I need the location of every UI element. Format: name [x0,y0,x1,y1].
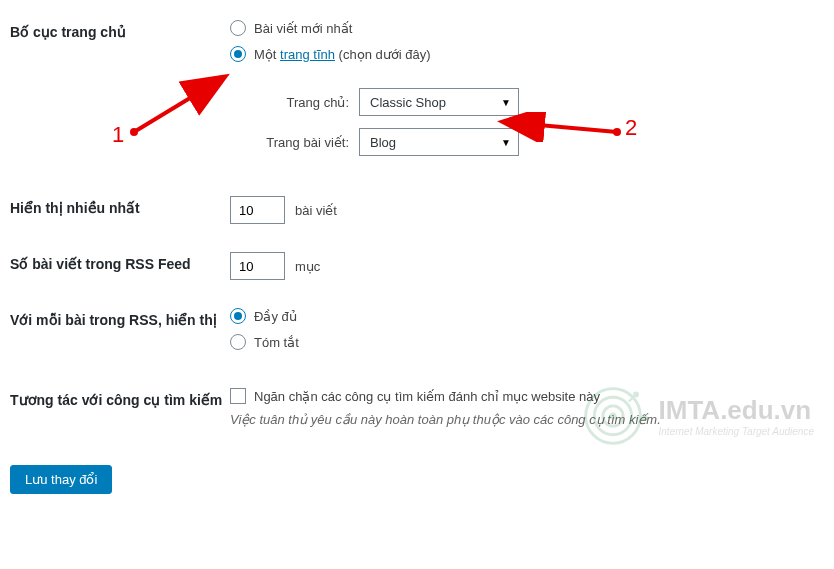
max-display-label: Hiển thị nhiều nhất [10,196,230,216]
search-engine-label: Tương tác với công cụ tìm kiếm [10,388,230,408]
radio-rss-full-label: Đầy đủ [254,309,297,324]
layout-label: Bố cục trang chủ [10,20,230,40]
search-engine-checkbox[interactable] [230,388,246,404]
rss-display-label: Với mỗi bài trong RSS, hiển thị [10,308,230,328]
radio-static-page[interactable] [230,46,246,62]
posts-page-select-label: Trang bài viết: [254,135,349,150]
rss-count-suffix: mục [295,259,320,274]
homepage-select-label: Trang chủ: [254,95,349,110]
annotation-two: 2 [625,115,637,141]
watermark-logo-icon [577,380,649,452]
watermark-title: IMTA.edu.vn [659,395,814,426]
max-display-input[interactable] [230,196,285,224]
radio-static-label: Một trang tĩnh (chọn dưới đây) [254,47,431,62]
radio-rss-full[interactable] [230,308,246,324]
static-page-link[interactable]: trang tĩnh [280,47,335,62]
annotation-one: 1 [112,122,124,148]
svg-point-3 [609,412,616,419]
save-button[interactable]: Lưu thay đổi [10,465,112,494]
homepage-select[interactable]: Classic Shop [359,88,519,116]
search-engine-checkbox-label: Ngăn chặn các công cụ tìm kiếm đánh chỉ … [254,389,600,404]
radio-rss-summary[interactable] [230,334,246,350]
radio-latest-posts[interactable] [230,20,246,36]
watermark: IMTA.edu.vn Internet Marketing Target Au… [577,380,814,452]
max-display-suffix: bài viết [295,203,337,218]
posts-page-select[interactable]: Blog [359,128,519,156]
rss-count-label: Số bài viết trong RSS Feed [10,252,230,272]
radio-latest-label: Bài viết mới nhất [254,21,352,36]
radio-rss-summary-label: Tóm tắt [254,335,299,350]
watermark-subtitle: Internet Marketing Target Audience [659,426,814,437]
rss-count-input[interactable] [230,252,285,280]
